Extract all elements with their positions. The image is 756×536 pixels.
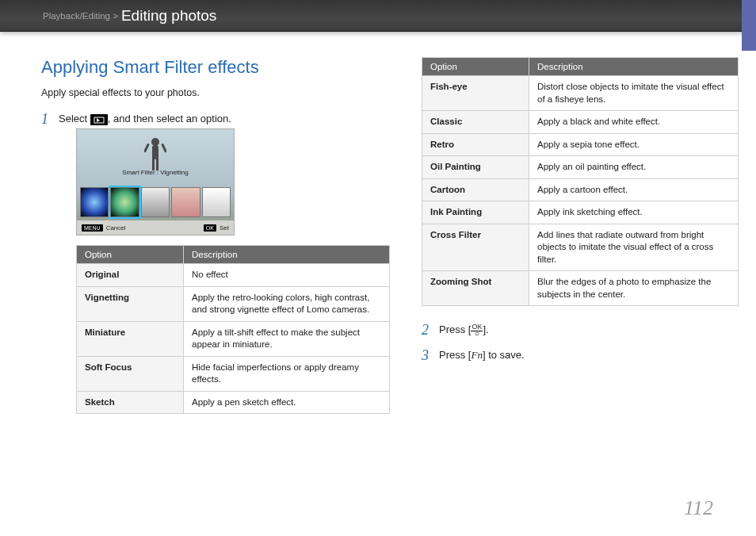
- step-3: Press [Fn] to save.: [422, 349, 739, 362]
- opt-name: Retro: [422, 133, 529, 156]
- table-row: CartoonApply a cartoon effect.: [422, 178, 739, 201]
- thumb-miniature: [141, 187, 170, 217]
- step-3-post: ] to save.: [483, 349, 525, 361]
- step-list-right: Press [OK⌑]. Press [Fn] to save.: [422, 324, 739, 362]
- table-row: SketchApply a pen sketch effect.: [77, 391, 390, 414]
- playback-icon: [90, 114, 108, 125]
- step-3-pre: Press [: [439, 349, 471, 361]
- table-row: ClassicApply a black and white effect.: [422, 111, 739, 134]
- step-2: Press [OK⌑].: [422, 324, 739, 338]
- opt-name: Vignetting: [77, 286, 184, 321]
- opt-desc: Blur the edges of a photo to emphasize t…: [529, 271, 739, 306]
- preview-caption: Smart Filter : Vignetting: [77, 169, 234, 176]
- opt-name: Miniature: [77, 321, 184, 356]
- opt-desc: Apply an oil painting effect.: [529, 156, 739, 179]
- opt-name: Cartoon: [422, 178, 529, 201]
- preview-footer: MENU Cancel OK Set: [77, 220, 234, 235]
- th-description: Description: [184, 246, 390, 264]
- table-row: Soft FocusHide facial imperfections or a…: [77, 356, 390, 391]
- table-row: Oil PaintingApply an oil painting effect…: [422, 156, 739, 179]
- content-area: Applying Smart Filter effects Apply spec…: [0, 32, 756, 425]
- thumb-softfocus: [171, 187, 200, 217]
- spine-tab: [742, 0, 756, 51]
- table-row: Cross FilterAdd lines that radiate outwa…: [422, 224, 739, 271]
- opt-desc: Apply a cartoon effect.: [529, 178, 739, 201]
- opt-desc: Apply a sepia tone effect.: [529, 133, 739, 156]
- page-number: 112: [684, 496, 713, 520]
- opt-desc: Apply a pen sketch effect.: [184, 391, 390, 414]
- opt-name: Ink Painting: [422, 201, 529, 224]
- set-label: Set: [220, 224, 229, 232]
- opt-desc: Distort close objects to imitate the vis…: [529, 76, 739, 111]
- camera-preview: Smart Filter : Vignetting MENU Cancel OK: [76, 128, 235, 235]
- svg-marker-1: [97, 118, 100, 122]
- fn-icon: Fn: [471, 349, 482, 361]
- thumb-vignetting: [110, 187, 139, 217]
- table-row: Fish-eyeDistort close objects to imitate…: [422, 76, 739, 111]
- thumb-original: [80, 187, 109, 217]
- opt-name: Oil Painting: [422, 156, 529, 179]
- breadcrumb-leaf: Editing photos: [121, 7, 216, 25]
- silhouette-figure: [144, 136, 166, 174]
- th-option: Option: [422, 58, 529, 76]
- opt-name: Original: [77, 264, 184, 287]
- opt-desc: Apply a tilt-shift effect to make the su…: [184, 321, 390, 356]
- step-2-pre: Press [: [439, 324, 471, 335]
- opt-name: Cross Filter: [422, 224, 529, 271]
- table-row: MiniatureApply a tilt-shift effect to ma…: [77, 321, 390, 356]
- options-table-left: Option Description OriginalNo effect Vig…: [76, 245, 390, 414]
- table-row: RetroApply a sepia tone effect.: [422, 133, 739, 156]
- ok-icon: OK⌑: [471, 324, 483, 338]
- table-row: VignettingApply the retro-looking colors…: [77, 286, 390, 321]
- step-list: Select , and then select an option. Smar…: [41, 113, 390, 414]
- breadcrumb-root: Playback/Editing >: [43, 11, 118, 21]
- step-1-pre: Select: [59, 113, 90, 124]
- menu-button-label: MENU: [82, 224, 103, 232]
- opt-desc: Apply a black and white effect.: [529, 111, 739, 134]
- section-title: Applying Smart Filter effects: [41, 57, 390, 78]
- section-lead: Apply special effects to your photos.: [41, 87, 390, 98]
- opt-desc: Hide facial imperfections or apply dream…: [184, 356, 390, 391]
- svg-rect-3: [152, 145, 158, 159]
- thumb-sketch: [202, 187, 231, 217]
- opt-name: Fish-eye: [422, 76, 529, 111]
- thumb-row: [80, 187, 231, 217]
- opt-desc: Add lines that radiate outward from brig…: [529, 224, 739, 271]
- opt-name: Soft Focus: [77, 356, 184, 391]
- options-table-right: Option Description Fish-eyeDistort close…: [422, 57, 739, 306]
- opt-name: Classic: [422, 111, 529, 134]
- table-row: OriginalNo effect: [77, 264, 390, 287]
- cancel-label: Cancel: [106, 224, 126, 232]
- th-description: Description: [529, 58, 739, 76]
- svg-rect-6: [144, 144, 150, 153]
- opt-desc: No effect: [184, 264, 390, 287]
- step-1: Select , and then select an option. Smar…: [41, 113, 390, 414]
- table-row: Zooming ShotBlur the edges of a photo to…: [422, 271, 739, 306]
- step-1-post: , and then select an option.: [108, 113, 231, 124]
- opt-name: Zooming Shot: [422, 271, 529, 306]
- th-option: Option: [77, 246, 184, 264]
- svg-point-2: [151, 138, 159, 146]
- svg-rect-7: [161, 144, 166, 153]
- opt-desc: Apply the retro-looking colors, high con…: [184, 286, 390, 321]
- step-2-post: ].: [483, 324, 488, 335]
- opt-desc: Apply ink sketching effect.: [529, 201, 739, 224]
- opt-name: Sketch: [77, 391, 184, 414]
- right-column: Option Description Fish-eyeDistort close…: [422, 57, 739, 425]
- table-row: Ink PaintingApply ink sketching effect.: [422, 201, 739, 224]
- ok-button-label: OK: [204, 224, 216, 232]
- page-header: Playback/Editing > Editing photos: [0, 0, 756, 32]
- left-column: Applying Smart Filter effects Apply spec…: [41, 57, 390, 425]
